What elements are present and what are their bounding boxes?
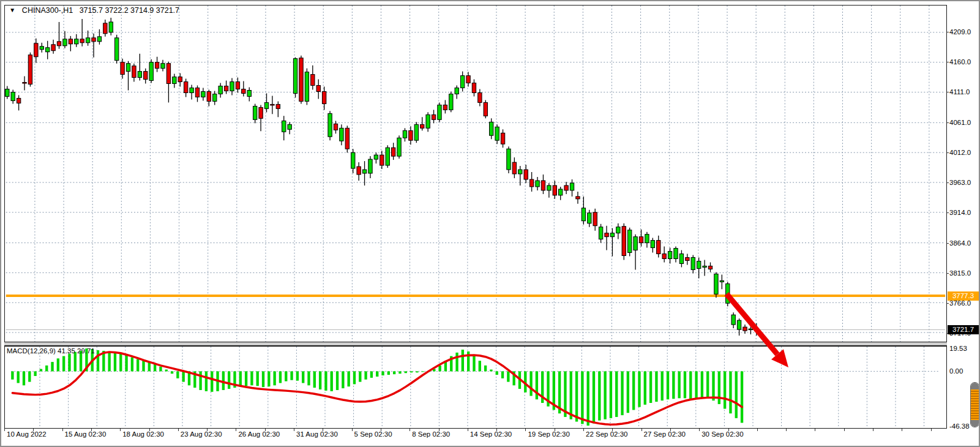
bull-candle[interactable] [40, 47, 43, 50]
bull-candle[interactable] [201, 91, 205, 97]
bear-candle[interactable] [144, 72, 148, 80]
bear-candle[interactable] [92, 38, 95, 42]
bull-candle[interactable] [668, 252, 671, 259]
bear-candle[interactable] [639, 237, 643, 243]
bull-candle[interactable] [230, 82, 234, 91]
bull-candle[interactable] [6, 89, 9, 97]
bull-candle[interactable] [570, 183, 574, 190]
bull-candle[interactable] [737, 320, 741, 329]
bull-candle[interactable] [253, 106, 256, 119]
symbol-dropdown-icon[interactable]: ▼ [9, 7, 15, 13]
bull-candle[interactable] [627, 230, 631, 253]
panel-separator[interactable] [4, 342, 947, 346]
bull-candle[interactable] [679, 254, 683, 264]
bear-candle[interactable] [357, 167, 361, 175]
bear-candle[interactable] [345, 128, 349, 149]
bear-candle[interactable] [553, 186, 556, 195]
bull-candle[interactable] [328, 113, 332, 137]
bull-candle[interactable] [559, 189, 563, 195]
bull-candle[interactable] [697, 261, 700, 268]
scrollbar-thumb[interactable] [970, 382, 979, 427]
bear-candle[interactable] [605, 233, 608, 237]
bull-candle[interactable] [46, 48, 50, 52]
bear-candle[interactable] [524, 170, 528, 179]
macd-panel-canvas[interactable] [4, 346, 947, 429]
bull-candle[interactable] [536, 181, 539, 187]
bear-candle[interactable] [380, 155, 384, 165]
bull-candle[interactable] [63, 39, 67, 46]
bull-candle[interactable] [749, 329, 752, 329]
bull-candle[interactable] [340, 128, 343, 141]
bull-candle[interactable] [97, 37, 101, 42]
bull-candle[interactable] [588, 213, 591, 224]
bear-candle[interactable] [743, 327, 747, 331]
bear-candle[interactable] [432, 115, 435, 119]
bull-candle[interactable] [190, 88, 193, 93]
bear-candle[interactable] [472, 83, 476, 93]
bull-candle[interactable] [547, 186, 551, 190]
bear-candle[interactable] [478, 92, 482, 102]
bear-candle[interactable] [708, 266, 712, 269]
bull-candle[interactable] [288, 124, 291, 129]
bull-candle[interactable] [651, 241, 654, 248]
bull-candle[interactable] [490, 122, 493, 135]
bull-candle[interactable] [674, 249, 678, 259]
bull-candle[interactable] [403, 130, 406, 138]
bull-candle[interactable] [305, 72, 309, 102]
bear-candle[interactable] [466, 76, 470, 83]
bear-candle[interactable] [391, 148, 395, 156]
bear-candle[interactable] [121, 62, 124, 75]
bull-candle[interactable] [610, 233, 614, 237]
bull-candle[interactable] [362, 170, 366, 173]
bull-candle[interactable] [351, 152, 355, 168]
bull-candle[interactable] [149, 62, 153, 81]
bull-candle[interactable] [86, 38, 89, 43]
hline-price-tag[interactable]: 3777.3 [948, 291, 979, 301]
bear-candle[interactable] [311, 75, 315, 86]
bear-candle[interactable] [34, 43, 38, 57]
bull-candle[interactable] [755, 330, 758, 331]
bull-candle[interactable] [264, 102, 268, 108]
bull-candle[interactable] [495, 127, 499, 140]
bear-candle[interactable] [259, 107, 263, 118]
bear-candle[interactable] [541, 181, 545, 190]
bear-candle[interactable] [17, 98, 20, 103]
bear-candle[interactable] [512, 162, 516, 174]
bear-candle[interactable] [421, 124, 424, 128]
bull-candle[interactable] [426, 115, 430, 128]
bull-candle[interactable] [703, 266, 706, 267]
bear-candle[interactable] [236, 82, 239, 89]
bear-candle[interactable] [564, 186, 568, 190]
bear-candle[interactable] [51, 45, 55, 51]
bear-candle[interactable] [593, 212, 597, 226]
bull-candle[interactable] [714, 274, 718, 294]
bull-candle[interactable] [455, 88, 458, 94]
bear-candle[interactable] [178, 77, 182, 82]
bear-candle[interactable] [529, 179, 533, 187]
bull-candle[interactable] [75, 39, 78, 44]
bull-candle[interactable] [582, 208, 585, 221]
bear-candle[interactable] [166, 64, 170, 84]
bull-candle[interactable] [616, 227, 620, 233]
bear-candle[interactable] [103, 23, 107, 34]
bull-candle[interactable] [247, 90, 251, 96]
bull-candle[interactable] [161, 64, 165, 69]
bull-candle[interactable] [114, 38, 118, 61]
bear-candle[interactable] [686, 258, 689, 261]
bear-candle[interactable] [132, 66, 136, 78]
bull-candle[interactable] [645, 235, 649, 243]
bear-candle[interactable] [69, 39, 72, 44]
bull-candle[interactable] [213, 94, 217, 101]
bull-candle[interactable] [726, 284, 730, 303]
bear-candle[interactable] [662, 254, 666, 259]
bear-candle[interactable] [409, 130, 413, 140]
bull-candle[interactable] [691, 258, 695, 270]
bear-candle[interactable] [224, 86, 228, 91]
bull-candle[interactable] [368, 159, 372, 173]
bull-candle[interactable] [397, 138, 401, 156]
bull-candle[interactable] [438, 105, 441, 119]
bear-candle[interactable] [242, 89, 245, 94]
bull-candle[interactable] [720, 280, 724, 282]
bull-candle[interactable] [138, 72, 141, 78]
bear-candle[interactable] [322, 91, 326, 103]
